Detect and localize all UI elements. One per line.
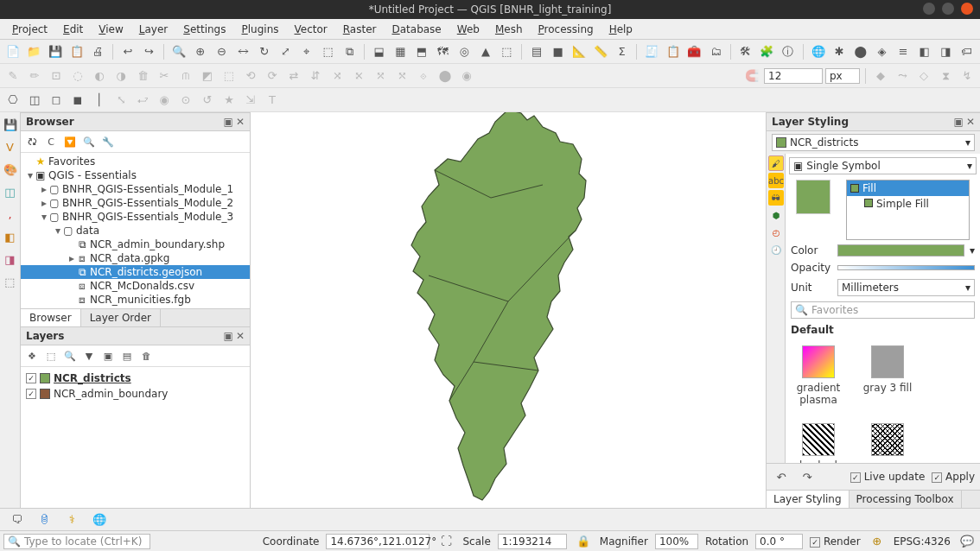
tb3-btn-2[interactable]: ◻ [47,91,66,110]
tb1-btn-35[interactable]: 🌐 [809,42,828,61]
tb1-btn-9[interactable]: ⊖ [213,42,232,61]
tb1-btn-41[interactable]: ◨ [937,42,956,61]
tb2-btn-20[interactable]: ⬤ [436,66,455,86]
live-update-check[interactable]: ✓ Live update [850,471,925,483]
tree-item[interactable]: ⧇NCR_McDonalds.csv [21,279,250,293]
tb2-btn-5[interactable]: ◑ [111,66,130,86]
apply-check[interactable]: ✓ Apply [932,471,975,483]
crs-label[interactable]: EPSG:4326 [894,535,951,548]
tb2-btn-16[interactable]: ⤪ [349,66,368,86]
tb1-btn-21[interactable]: ▲ [476,42,495,61]
tb1-btn-30[interactable]: 🧰 [685,42,704,61]
tb1-btn-36[interactable]: ✱ [830,42,849,61]
close-button[interactable] [961,3,973,15]
tb1-btn-14[interactable]: ⬚ [319,42,338,61]
network-icon[interactable]: 🌐 [90,510,109,529]
browser-tree[interactable]: ★Favorites▾▣QGIS - Essentials▸▢BNHR_QGIS… [21,153,250,308]
menu-settings[interactable]: Settings [176,22,232,37]
tb3-btn-10[interactable]: ★ [220,91,239,110]
maximize-button[interactable] [942,3,954,15]
ds-manager-icon[interactable]: 💾 [2,116,19,133]
layers-undock[interactable]: ▣ [224,330,233,342]
menu-vector[interactable]: Vector [288,22,334,37]
redo-style-icon[interactable]: ↷ [798,467,817,486]
tb2-btn-13[interactable]: ⇄ [284,66,303,86]
tb2-btn-14[interactable]: ⇵ [306,66,325,86]
menu-web[interactable]: Web [450,22,487,37]
tb2-btn-19[interactable]: ⟐ [414,66,433,86]
tb2-btn-0[interactable]: ✎ [3,66,22,86]
coord-unit[interactable]: px [825,68,860,84]
symbol-type-combo[interactable]: ▣ Single Symbol ▾ [789,157,977,174]
virt-icon[interactable]: ⬚ [2,273,19,290]
tb2-btn-17[interactable]: ⤱ [371,66,390,86]
layers-close[interactable]: ✕ [236,330,245,342]
chevron-down-icon[interactable]: ▾ [970,244,975,256]
history-tab-icon[interactable]: 🕘 [768,242,784,257]
tb3-btn-9[interactable]: ↺ [198,91,217,110]
tree-item[interactable]: ★Favorites [21,155,250,168]
tb1-btn-27[interactable]: Σ [613,42,632,61]
scale-lock-icon[interactable]: 🔒 [574,532,593,551]
tb2-btn-4[interactable]: ◐ [90,66,109,86]
style-preset[interactable]: hashed black [792,423,844,463]
style-search[interactable]: 🔍 Favorites [791,301,975,319]
menu-view[interactable]: View [92,22,130,37]
tb1-btn-16[interactable]: ⬓ [370,42,389,61]
tb1-btn-19[interactable]: 🗺 [434,42,453,61]
layer-visibility-check[interactable]: ✓ [26,389,36,399]
tb1-btn-13[interactable]: ⌖ [297,42,316,61]
python-icon[interactable]: ⚕ [62,510,81,529]
tb1-btn-29[interactable]: 📋 [664,42,683,61]
adv-icon[interactable]: ↯ [958,66,977,86]
tb1-btn-37[interactable]: ⬤ [851,42,870,61]
tree-item[interactable]: ▾▢BNHR_QGIS-Essentials_Module_3 [21,210,250,224]
tb3-btn-1[interactable]: ◫ [25,91,44,110]
log-icon[interactable]: 💬 [958,532,977,551]
tb1-btn-28[interactable]: 🧾 [642,42,661,61]
tb1-btn-6[interactable]: ↪ [140,42,159,61]
tb1-btn-5[interactable]: ↩ [118,42,137,61]
tb3-btn-0[interactable]: ⎔ [3,91,22,110]
tb2-btn-6[interactable]: 🗑 [133,66,152,86]
tb1-btn-4[interactable]: 🖨 [89,42,108,61]
tb2-btn-8[interactable]: ⫙ [176,66,195,86]
mesh-icon[interactable]: ◫ [2,183,19,200]
layer-item[interactable]: ✓NCR_admin_boundary [26,386,245,402]
crs-icon[interactable]: ⊕ [868,532,887,551]
layers-list[interactable]: ✓NCR_districts✓NCR_admin_boundary [21,367,250,508]
tb1-btn-11[interactable]: ↻ [255,42,274,61]
rotation-spin[interactable]: 0.0 ° [755,534,803,549]
tree-item[interactable]: ▾▢data [21,224,250,238]
tb2-btn-9[interactable]: ◩ [198,66,217,86]
menu-layer[interactable]: Layer [132,22,175,37]
csv-icon[interactable]: , [2,206,19,223]
tb1-btn-7[interactable]: 🔍 [169,42,188,61]
menu-plugins[interactable]: Plugins [235,22,286,37]
tb2-btn-3[interactable]: ◌ [68,66,87,86]
tree-item[interactable]: ▸⧈NCR_data.gpkg [21,251,250,265]
render-check[interactable]: ✓ Render [810,535,861,548]
styling-layer-combo[interactable]: NCR_districts ▾ [772,134,975,151]
right-tab-0[interactable]: Layer Styling [767,491,850,508]
styling-undock[interactable]: ▣ [954,116,964,128]
tb2-btn-18[interactable]: ⤲ [392,66,411,86]
tree-item[interactable]: ⧉NCR_admin_boundary.shp [21,238,250,251]
right-tab-1[interactable]: Processing Toolbox [850,491,962,508]
tb1-btn-20[interactable]: ◎ [455,42,474,61]
tb1-btn-31[interactable]: 🗂 [706,42,725,61]
layers-tb-3[interactable]: ▼ [81,348,97,364]
coordinate-display[interactable]: 14.6736°,121.0127° [326,534,430,549]
layers-tb-0[interactable]: ❖ [24,348,40,364]
tb1-btn-10[interactable]: 🡘 [233,42,252,61]
layers-tb-1[interactable]: ⬚ [43,348,59,364]
vector-icon[interactable]: V [2,138,19,155]
layers-tb-5[interactable]: ▤ [119,348,135,364]
menu-raster[interactable]: Raster [336,22,384,37]
symbol-layer-tree[interactable]: Fill Simple Fill [846,180,970,240]
tb3-btn-6[interactable]: ⮐ [133,91,152,110]
magnet-icon[interactable]: 🧲 [742,66,761,86]
wfs-icon[interactable]: ◨ [2,250,19,268]
tb2-btn-7[interactable]: ✂ [155,66,174,86]
tb1-btn-3[interactable]: 📋 [67,42,86,61]
